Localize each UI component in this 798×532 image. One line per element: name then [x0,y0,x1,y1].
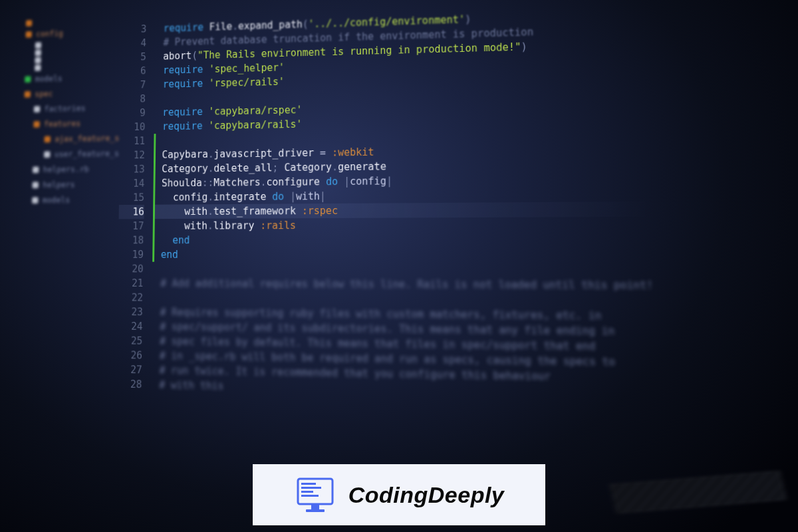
sidebar-item[interactable]: factories [15,100,120,117]
sidebar-item-label: helpers [43,178,75,192]
line-number: 15 [119,190,144,205]
line-number: 12 [120,148,145,163]
sidebar-item[interactable]: spec [16,84,121,102]
line-number: 22 [118,291,143,305]
folder-icon [33,167,39,174]
folder-icon [26,31,32,38]
code-line[interactable]: with.library :rails [155,217,652,233]
line-number: 14 [119,176,144,191]
code-area[interactable]: require File.expand_path('../../config/e… [152,7,658,521]
code-editor[interactable]: 3456789101112131415161718192021222324252… [114,0,658,521]
sidebar-item[interactable]: models [13,192,119,208]
svg-rect-5 [311,504,319,509]
folder-icon [25,91,31,98]
code-line[interactable]: end [154,232,652,247]
folder-icon [26,20,32,27]
line-number: 20 [118,262,143,277]
branding-watermark: CodingDeeply [253,464,545,525]
line-number: 28 [116,377,142,392]
folder-icon [35,42,41,49]
line-number: 16 [119,205,144,219]
folder-icon [33,182,39,188]
line-number: 7 [120,78,146,92]
sidebar-item-label: factories [44,101,85,116]
line-number: 13 [120,162,145,177]
line-number: 8 [120,92,146,106]
file-explorer-sidebar[interactable]: configmodelsspecfactoriesfeaturesajax_fe… [7,10,122,503]
folder-icon [32,197,38,203]
line-number: 6 [121,64,146,78]
folder-icon [45,136,51,143]
code-line[interactable]: end [154,247,652,263]
line-number: 27 [116,362,142,377]
line-number: 11 [120,134,145,148]
line-number-gutter: 3456789101112131415161718192021222324252… [114,22,155,504]
sidebar-item-label: ajax_feature_spec [55,131,120,146]
svg-rect-4 [301,495,319,497]
folder-icon [35,65,41,71]
sidebar-item-label: spec [35,87,53,101]
line-number: 19 [118,247,144,262]
svg-rect-6 [306,509,325,512]
code-line[interactable]: with.test_framework :rspec [155,201,652,219]
sidebar-item[interactable]: features [15,115,120,132]
line-number: 25 [117,334,143,348]
sidebar-item-label: helpers.rb [43,162,89,177]
line-number: 17 [118,219,144,233]
editor-screen: configmodelsspecfactoriesfeaturesajax_fe… [0,0,612,505]
folder-icon [35,57,41,64]
brand-text: CodingDeeply [348,482,505,508]
folder-icon [33,121,39,128]
folder-icon [34,106,40,112]
line-number: 23 [117,305,143,319]
line-number: 5 [121,50,146,65]
sidebar-item-label: models [35,72,63,86]
sidebar-item[interactable]: helpers.rb [14,161,120,178]
folder-icon [44,151,50,158]
line-number: 9 [120,106,146,120]
sidebar-item[interactable]: user_feature_spec [15,146,120,162]
sidebar-item-label: features [44,116,80,131]
line-number: 3 [122,22,147,37]
svg-rect-1 [301,483,316,485]
line-number: 21 [118,276,143,291]
code-line[interactable] [154,262,653,278]
sidebar-item-label: user_feature_spec [55,146,120,162]
line-number: 18 [118,233,144,248]
sidebar-item-label: config [36,27,63,41]
monitor-icon [294,473,336,516]
svg-rect-2 [301,487,321,489]
line-number: 4 [121,36,146,51]
line-number: 24 [117,319,143,334]
sidebar-item[interactable]: ajax_feature_spec [15,130,120,147]
line-number: 26 [116,348,142,362]
folder-icon [25,76,31,82]
line-number: 10 [120,120,145,134]
folder-icon [35,50,41,57]
sidebar-item[interactable]: helpers [14,177,120,193]
svg-rect-3 [301,491,313,493]
sidebar-item-label: models [43,193,70,207]
